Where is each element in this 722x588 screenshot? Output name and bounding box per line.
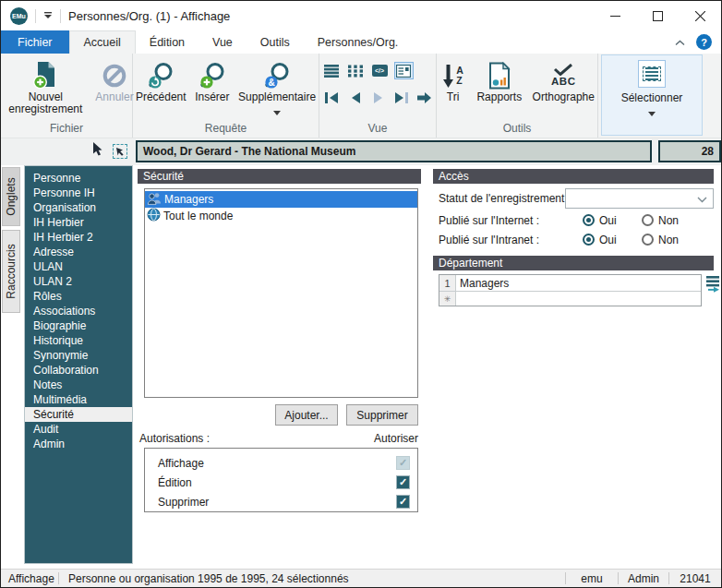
tab-outils[interactable]: Outils — [247, 30, 304, 54]
previous-query-button[interactable]: Précédent — [133, 58, 188, 103]
select-dropdown-caret-icon — [648, 106, 656, 119]
sidebar-item-synonymie[interactable]: Synonymie — [25, 348, 132, 363]
internet-no-radio[interactable]: Non — [642, 213, 679, 227]
side-tab-raccourcis[interactable]: Raccourcis — [2, 230, 20, 313]
radio-off-icon[interactable] — [642, 234, 654, 246]
sort-icon: AZ — [442, 59, 463, 91]
group-label-fichier: Fichier — [1, 122, 132, 138]
cursor-tool-icon[interactable] — [92, 142, 104, 160]
insert-icon — [199, 59, 226, 91]
delete-group-button[interactable]: Supprimer — [346, 404, 418, 426]
insert-label: Insérer — [195, 91, 229, 103]
sidebar-item-securite[interactable]: Sécurité — [25, 407, 132, 422]
status-bar: Affichage Personne ou organisation 1995 … — [1, 569, 721, 587]
tab-edition[interactable]: Édition — [136, 30, 199, 54]
sidebar-item-personne[interactable]: Personne — [25, 171, 132, 186]
side-tab-onglets-label: Onglets — [5, 177, 18, 215]
add-group-button[interactable]: Ajouter... — [275, 404, 338, 426]
department-row-1[interactable]: 1 Managers — [439, 275, 701, 292]
previous-query-label: Précédent — [136, 91, 187, 103]
sidebar-item-roles[interactable]: Rôles — [25, 289, 132, 304]
reports-button[interactable]: Rapports — [475, 58, 523, 103]
permission-row-edition: Édition ✓ — [145, 473, 417, 492]
sidebar-item-biographie[interactable]: Biographie — [25, 318, 132, 333]
radio-off-icon[interactable] — [642, 214, 654, 226]
cancel-label: Annuler — [95, 91, 133, 103]
tab-vue[interactable]: Vue — [199, 30, 247, 54]
close-button[interactable] — [679, 1, 721, 30]
internet-yes-radio[interactable]: Oui — [583, 213, 617, 227]
record-status-label: Statut de l'enregistrement : — [439, 192, 571, 205]
titlebar-separator — [60, 9, 61, 23]
department-group-header: Département — [433, 256, 714, 270]
ribbon-tab-row: Fichier Accueil Édition Vue Outils Perso… — [1, 30, 721, 54]
grid-view-icon[interactable] — [346, 62, 366, 79]
sidebar-item-audit[interactable]: Audit — [25, 422, 132, 437]
last-record-icon[interactable] — [391, 89, 411, 106]
sidebar-item-ulan[interactable]: ULAN — [25, 259, 132, 274]
content-area: Onglets Raccourcis Personne Personne IH … — [1, 165, 721, 570]
collapse-ribbon-icon[interactable] — [675, 36, 685, 49]
title-bar: EMu Personnes/Org. (1) - Affichage — [1, 1, 721, 30]
sidebar-item-ih-herbier[interactable]: IH Herbier — [25, 215, 132, 230]
first-record-icon[interactable] — [322, 89, 342, 106]
sidebar-item-collaboration[interactable]: Collaboration — [25, 363, 132, 378]
tab-fichier[interactable]: Fichier — [1, 30, 69, 54]
code-view-icon[interactable]: </> — [370, 62, 390, 79]
svg-text:&: & — [268, 78, 274, 88]
side-tab-onglets[interactable]: Onglets — [2, 167, 20, 226]
quick-access-caret-icon[interactable] — [43, 9, 53, 22]
new-record-button[interactable]: Nouvel enregistrement — [0, 58, 91, 115]
sidebar-item-associations[interactable]: Associations — [25, 304, 132, 318]
sidebar-item-ih-herbier-2[interactable]: IH Herbier 2 — [25, 230, 132, 245]
sidebar-item-admin[interactable]: Admin — [25, 437, 132, 451]
sidebar-item-ulan-2[interactable]: ULAN 2 — [25, 274, 132, 289]
intranet-no-radio[interactable]: Non — [642, 233, 679, 246]
permission-checkbox-supprimer[interactable]: ✓ — [396, 495, 410, 509]
select-button[interactable]: Sélectionner — [601, 54, 703, 136]
record-number: 28 — [702, 145, 714, 158]
record-status-dropdown[interactable] — [565, 188, 714, 209]
no-label: Non — [658, 234, 679, 246]
minimize-button[interactable] — [594, 1, 636, 30]
sidebar-item-multimedia[interactable]: Multimédia — [25, 392, 132, 407]
sidebar-item-personne-ih[interactable]: Personne IH — [25, 186, 132, 200]
sort-button[interactable]: AZ Tri — [437, 58, 469, 103]
sidebar-item-historique[interactable]: Historique — [25, 333, 132, 348]
intranet-yes-radio[interactable]: Oui — [583, 233, 617, 246]
sidebar-item-notes[interactable]: Notes — [25, 378, 132, 392]
department-value-cell[interactable]: Managers — [456, 275, 701, 291]
tab-personnes-org[interactable]: Personnes/Org. — [304, 30, 413, 54]
select-region-icon[interactable] — [113, 144, 127, 159]
radio-on-icon[interactable] — [583, 214, 595, 226]
select-icon — [638, 60, 666, 88]
security-group-tout-le-monde[interactable]: Tout le monde — [145, 208, 417, 224]
sort-z-glyph: Z — [456, 76, 463, 86]
no-label: Non — [658, 214, 679, 227]
spelling-button[interactable]: ABC Orthographe — [530, 58, 597, 103]
list-view-icon[interactable] — [322, 62, 342, 79]
department-new-row[interactable]: ✳ — [439, 292, 701, 306]
department-table[interactable]: 1 Managers ✳ — [439, 274, 702, 306]
help-glyph: ? — [701, 37, 707, 48]
department-empty-cell[interactable] — [456, 292, 701, 306]
security-groups-list[interactable]: Managers Tout le monde — [144, 188, 418, 398]
goto-record-icon[interactable] — [415, 89, 434, 106]
sort-label: Tri — [447, 91, 460, 103]
permission-checkbox-edition[interactable]: ✓ — [396, 475, 410, 489]
access-group-title: Accès — [439, 170, 469, 183]
permissions-box: Affichage ✓ Édition ✓ Supprimer ✓ — [144, 448, 418, 512]
tab-accueil[interactable]: Accueil — [69, 30, 136, 54]
security-group-managers[interactable]: Managers — [145, 191, 417, 208]
permissions-label: Autorisations : — [139, 432, 210, 445]
sidebar-item-adresse[interactable]: Adresse — [25, 245, 132, 259]
previous-record-icon[interactable] — [345, 89, 365, 106]
additional-query-button[interactable]: & Supplémentaire — [235, 58, 319, 118]
maximize-button[interactable] — [636, 1, 679, 30]
form-view-icon[interactable] — [394, 62, 414, 79]
radio-on-icon[interactable] — [583, 234, 595, 246]
sidebar-item-organisation[interactable]: Organisation — [25, 200, 132, 215]
insert-button[interactable]: Insérer — [190, 58, 234, 103]
help-icon[interactable]: ? — [696, 34, 712, 50]
department-lookup-icon[interactable] — [705, 275, 721, 295]
